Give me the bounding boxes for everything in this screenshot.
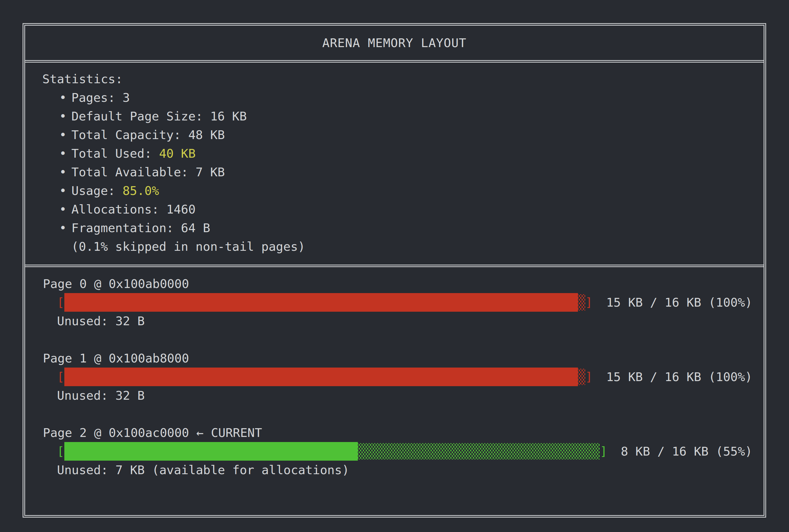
usage-bar-row: [ ] 15 KB / 16 KB (100%) [25,367,764,386]
stat-line-total-available: • Total Available: 7 KB [25,163,764,182]
stat-label: Total Used: [71,146,152,160]
stat-value-highlight: 85.0% [123,184,159,198]
stat-line-total-capacity: • Total Capacity: 48 KB [25,126,764,144]
bar-open-bracket: [ [57,442,64,461]
unused-label: Unused: 32 B [25,386,764,405]
stat-label: Default Page Size: 16 KB [71,109,247,123]
usage-bar-row: [ ] 8 KB / 16 KB (55%) [25,442,764,461]
stat-line-allocations: • Allocations: 1460 [25,200,764,218]
stat-label: Fragmentation: 64 B [71,221,210,235]
panel-header: ARENA MEMORY LAYOUT [25,26,764,63]
usage-bar-label: 15 KB / 16 KB (100%) [606,367,752,386]
bullet-marker: • [59,218,67,237]
arena-memory-panel: ARENA MEMORY LAYOUT Statistics: • Pages:… [23,23,766,518]
pages-section: Page 0 @ 0x100ab0000 [ ] 15 KB / 16 KB (… [25,267,764,479]
stat-line-usage: • Usage: 85.0% [25,182,764,200]
bar-close-bracket: ] [600,442,607,461]
stat-label: Total Available: 7 KB [71,165,225,179]
usage-bar-free [578,294,585,310]
usage-bar-free [358,443,600,459]
page-address-title: Page 0 @ 0x100ab0000 [25,274,764,293]
usage-bar-used [64,293,578,312]
bullet-marker: • [59,126,67,144]
statistics-section: Statistics: • Pages: 3 • Default Page Si… [25,63,764,267]
stat-line-total-used: • Total Used: 40 KB [25,144,764,163]
usage-bar-label: 15 KB / 16 KB (100%) [606,293,752,312]
bullet-marker: • [59,163,67,182]
usage-bar-label: 8 KB / 16 KB (55%) [621,442,752,461]
stat-label: Pages: 3 [71,91,130,104]
terminal-screen: { "header": { "title": "ARENA MEMORY LAY… [0,0,789,532]
usage-bar-row: [ ] 15 KB / 16 KB (100%) [25,293,764,312]
stat-line-fragmentation: • Fragmentation: 64 B [25,218,764,237]
page-block-0: Page 0 @ 0x100ab0000 [ ] 15 KB / 16 KB (… [25,274,764,330]
usage-bar-used [64,442,358,461]
bullet-marker: • [59,107,67,126]
bar-open-bracket: [ [57,293,64,312]
bullet-marker: • [59,200,67,218]
stat-value-highlight: 40 KB [159,146,195,160]
unused-label: Unused: 7 KB (available for allocations) [25,461,764,479]
bullet-marker: • [59,144,67,163]
stat-label: Usage: [71,184,115,198]
page-block-2: Page 2 @ 0x100ac0000 ← CURRENT [ ] 8 KB … [25,423,764,479]
bullet-marker: • [59,182,67,200]
bar-close-bracket: ] [585,367,593,386]
page-title: ARENA MEMORY LAYOUT [322,36,467,50]
statistics-heading: Statistics: [25,70,764,88]
usage-bar-free [578,369,585,385]
fragmentation-footnote: (0.1% skipped in non-tail pages) [25,237,764,256]
usage-bar-used [64,367,578,386]
page-address-title: Page 1 @ 0x100ab8000 [25,349,764,367]
stat-label: Allocations: 1460 [71,202,195,216]
bar-open-bracket: [ [57,367,64,386]
page-address-title: Page 2 @ 0x100ac0000 ← CURRENT [25,423,764,442]
bar-close-bracket: ] [585,293,593,312]
stat-line-default-page-size: • Default Page Size: 16 KB [25,107,764,126]
unused-label: Unused: 32 B [25,312,764,330]
page-block-1: Page 1 @ 0x100ab8000 [ ] 15 KB / 16 KB (… [25,349,764,405]
stat-line-pages: • Pages: 3 [25,88,764,107]
bullet-marker: • [59,88,67,107]
stat-label: Total Capacity: 48 KB [71,128,225,142]
